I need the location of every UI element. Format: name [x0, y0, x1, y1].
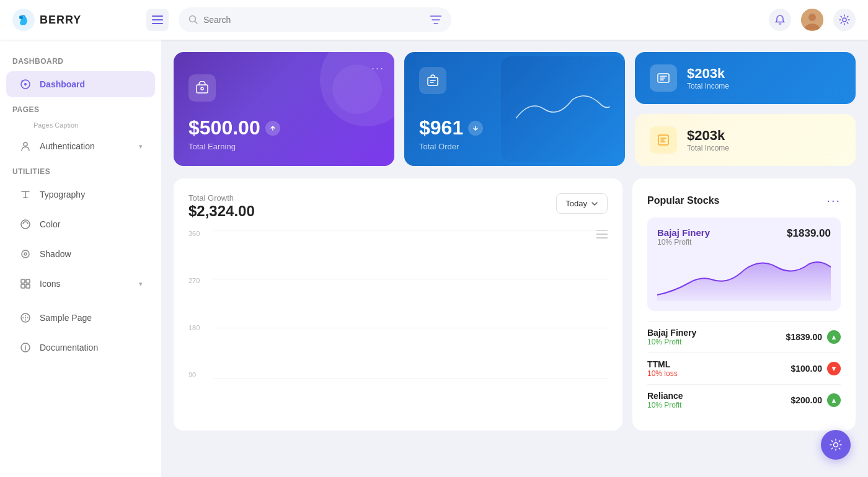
income1-info: $203k Total Income — [687, 66, 729, 90]
stock-bajaj-name: Bajaj Finery — [647, 328, 696, 338]
stocks-more-button[interactable]: ··· — [826, 193, 841, 208]
stock-reliance-sub: 10% Profit — [647, 401, 683, 409]
growth-header: Total Growth $2,324.00 Today — [188, 193, 608, 220]
y-label-180: 180 — [188, 324, 200, 331]
main-layout: Dashboard Dashboard Pages Pages Caption … — [0, 40, 868, 477]
stocks-header: Popular Stocks ··· — [647, 193, 841, 208]
topbar-right — [769, 9, 856, 31]
featured-stock-price: $1839.00 — [787, 227, 831, 240]
stock-ttml-right: $100.00 ▼ — [790, 362, 841, 375]
order-trend-icon — [468, 121, 483, 136]
svg-point-8 — [843, 18, 846, 22]
svg-point-21 — [25, 317, 26, 318]
growth-card: Total Growth $2,324.00 Today — [174, 178, 622, 431]
stock-reliance-info: Reliance 10% Profit — [647, 391, 683, 409]
y-axis: 360 270 180 90 — [188, 230, 200, 379]
bars-container — [213, 230, 608, 379]
svg-point-14 — [22, 250, 29, 258]
earning-card-more[interactable]: ··· — [371, 62, 384, 75]
stock-bajaj-info: Bajaj Finery 10% Profit — [647, 328, 696, 346]
growth-title: Total Growth — [188, 193, 255, 203]
earning-amount: $500.00 — [188, 116, 379, 139]
stock-reliance-name: Reliance — [647, 391, 683, 401]
dashboard-icon — [19, 77, 32, 91]
shadow-icon — [19, 247, 32, 261]
order-card: Month Year $961 — [404, 52, 625, 166]
featured-stock-name: Bajaj Finery — [657, 227, 710, 238]
color-icon — [19, 217, 32, 231]
color-label: Color — [40, 219, 60, 229]
income2-label: Total Income — [687, 144, 729, 152]
avatar[interactable] — [801, 9, 823, 31]
app-name: BERRY — [40, 14, 81, 27]
logo-icon — [12, 9, 35, 31]
fab-button[interactable] — [821, 430, 851, 460]
svg-point-24 — [201, 87, 203, 90]
earning-card: ··· $500.00 Total Earning — [174, 52, 394, 166]
total-income-card-1: $203k Total Income — [635, 52, 856, 104]
stock-reliance-price: $200.00 — [790, 395, 822, 405]
stock-row-ttml: TTML 10% loss $100.00 ▼ — [647, 352, 841, 384]
featured-stock: Bajaj Finery 10% Profit $1839.00 — [647, 217, 841, 311]
svg-rect-2 — [152, 15, 163, 17]
auth-chevron: ▾ — [139, 142, 143, 151]
logo-area: BERRY — [12, 9, 136, 31]
sample-page-icon — [19, 311, 32, 325]
sidebar-item-authentication[interactable]: Authentication ▾ — [6, 133, 155, 159]
svg-rect-4 — [152, 23, 163, 24]
stocks-title: Popular Stocks — [647, 195, 719, 206]
search-input[interactable] — [203, 15, 425, 25]
stock-ttml-info: TTML 10% loss — [647, 359, 678, 378]
sidebar-item-typography[interactable]: Typography — [6, 182, 155, 208]
y-label-270: 270 — [188, 277, 200, 284]
sidebar-item-sample-page[interactable]: Sample Page — [6, 305, 155, 331]
order-wave-chart — [501, 56, 625, 162]
earning-card-icon — [188, 74, 216, 102]
shadow-label: Shadow — [40, 249, 71, 259]
topbar: BERRY — [0, 0, 868, 40]
today-button[interactable]: Today — [556, 193, 608, 214]
svg-point-7 — [808, 14, 816, 21]
growth-amount: $2,324.00 — [188, 203, 255, 220]
svg-point-13 — [21, 220, 30, 229]
sidebar-item-documentation[interactable]: Documentation — [6, 335, 155, 361]
chevron-down-icon — [591, 200, 598, 208]
sidebar-item-dashboard[interactable]: Dashboard — [6, 71, 155, 97]
pages-caption: Pages Caption — [0, 119, 161, 130]
income-cards-column: $203k Total Income $203k Total Income — [635, 52, 856, 166]
bell-icon — [774, 14, 786, 25]
stock-bajaj-trend: ▲ — [827, 330, 841, 344]
typography-icon — [19, 188, 32, 201]
top-cards-row: ··· $500.00 Total Earning — [174, 52, 856, 166]
sidebar-item-icons[interactable]: Icons ▾ — [6, 271, 155, 297]
income2-icon — [650, 126, 677, 154]
sidebar-item-color[interactable]: Color — [6, 211, 155, 237]
stock-reliance-right: $200.00 ▲ — [790, 393, 841, 407]
stocks-list: Bajaj Finery 10% Profit $1839.00 ▲ TTML … — [647, 321, 841, 416]
main-content: ··· $500.00 Total Earning — [161, 40, 868, 477]
sidebar: Dashboard Dashboard Pages Pages Caption … — [0, 40, 161, 477]
stock-bajaj-sub: 10% Profit — [647, 338, 696, 346]
stock-ttml-name: TTML — [647, 359, 678, 369]
stock-ttml-trend: ▼ — [827, 362, 841, 375]
notifications-button[interactable] — [769, 9, 791, 31]
svg-point-11 — [22, 81, 24, 82]
earning-trend-icon — [265, 121, 280, 136]
income1-icon — [650, 64, 677, 92]
stock-ttml-price: $100.00 — [790, 364, 822, 374]
gear-icon — [839, 14, 850, 25]
search-filter-button[interactable] — [430, 15, 441, 24]
total-income-card-2: $203k Total Income — [635, 114, 856, 166]
svg-rect-3 — [152, 19, 163, 20]
svg-rect-16 — [21, 279, 25, 283]
settings-button[interactable] — [833, 9, 856, 31]
auth-icon — [19, 139, 32, 153]
svg-point-12 — [24, 142, 27, 146]
pages-section-title: Pages — [0, 100, 161, 116]
growth-info: Total Growth $2,324.00 — [188, 193, 255, 220]
stock-row-reliance: Reliance 10% Profit $200.00 ▲ — [647, 384, 841, 416]
menu-button[interactable] — [146, 9, 169, 31]
search-bar[interactable] — [179, 7, 451, 32]
dashboard-label: Dashboard — [40, 79, 85, 89]
sidebar-item-shadow[interactable]: Shadow — [6, 241, 155, 267]
